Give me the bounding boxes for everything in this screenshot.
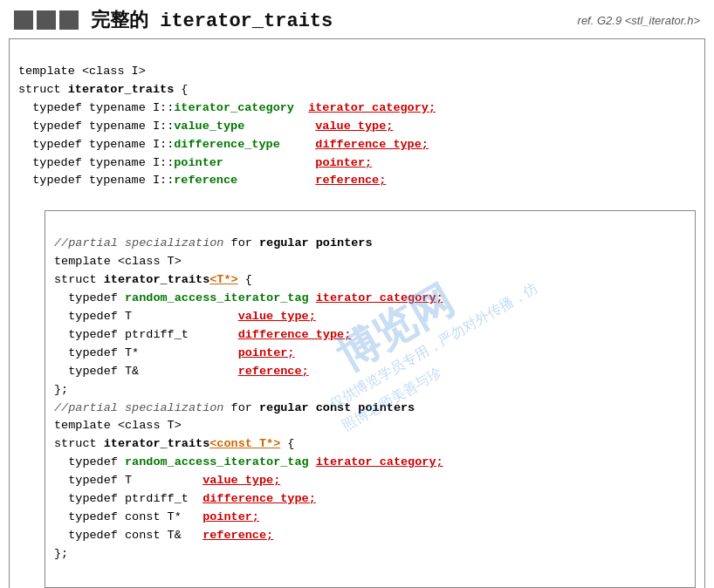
header: 完整的 iterator_traits ref. G2.9 <stl_itera… [0,0,714,38]
inner2-typedef-2: typedef T value_type; [54,474,280,487]
icon-box-2 [37,10,56,30]
inner2-typedef-5: typedef const T& reference; [54,529,273,542]
inner2-typedef-1: typedef random_access_iterator_tag itera… [54,455,443,468]
outer-code-box: template <class I> struct iterator_trait… [9,38,705,588]
inner1-close: }; [54,383,68,396]
outer-typedef-1: typedef typename I::iterator_category it… [18,101,436,114]
outer-typedef-5: typedef typename I::reference reference; [18,174,386,187]
page-title: 完整的 iterator_traits [91,7,578,33]
outer-line1: template <class I> [18,65,146,78]
inner1-typedef-4: typedef T* pointer; [54,346,294,359]
inner1-line2: struct iterator_traits<T*> { [54,273,252,286]
comment-1: //partial specialization for regular poi… [54,236,373,250]
outer-typedef-3: typedef typename I::difference_type diff… [18,138,429,151]
header-icon-group [14,10,79,30]
inner1-typedef-5: typedef T& reference; [54,365,309,378]
icon-box-1 [14,10,33,30]
inner1-typedef-1: typedef random_access_iterator_tag itera… [54,291,443,304]
comment-2: //partial specialization for regular con… [54,401,415,414]
ref-id: ref. G2.9 [578,14,622,27]
ref-file: <stl_iterator.h> [625,14,700,27]
title-en: iterator_traits [148,10,333,32]
inner1-typedef-2: typedef T value_type; [54,310,316,323]
outer-code: template <class I> struct iterator_trait… [18,44,696,209]
inner2-typedef-3: typedef ptrdiff_t difference_type; [54,492,316,505]
reference-label: ref. G2.9 <stl_iterator.h> [578,14,700,27]
inner1-line1: template <class T> [54,255,182,268]
inner1-typedef-3: typedef ptrdiff_t difference_type; [54,328,351,341]
inner-code-section1: //partial specialization for regular poi… [54,216,686,581]
inner-code-box: //partial specialization for regular poi… [45,210,696,587]
inner2-typedef-4: typedef const T* pointer; [54,510,259,523]
inner2-line1: template <class T> [54,419,182,432]
outer-line2: struct iterator_traits { [18,83,188,96]
title-cn: 完整的 [91,9,148,31]
main-content: 博览网 仅供博览学员专用，严勿对外传播，仿照博老师美善与珍 template <… [0,38,714,588]
inner2-close: }; [54,547,68,560]
outer-typedef-4: typedef typename I::pointer pointer; [18,156,372,169]
inner2-line2: struct iterator_traits<const T*> { [54,437,294,450]
outer-typedef-2: typedef typename I::value_type value_typ… [18,120,393,133]
icon-box-3 [59,10,79,30]
